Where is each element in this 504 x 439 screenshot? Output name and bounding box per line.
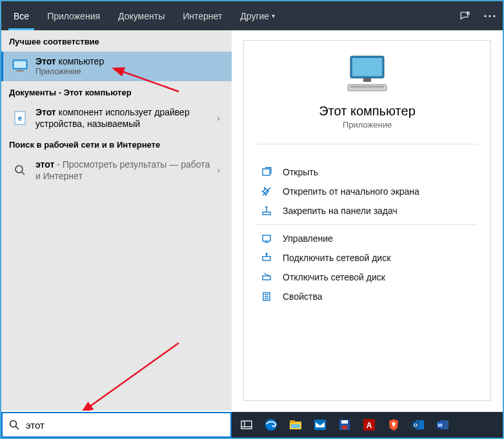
- svg-rect-19: [263, 169, 270, 175]
- result-this-pc-text: Этот компьютер Приложение: [35, 55, 224, 77]
- svg-point-0: [467, 12, 470, 14]
- svg-rect-45: [342, 425, 347, 429]
- result-web-text: этот - Просмотреть результаты — работа и…: [35, 159, 213, 182]
- search-icon: [9, 420, 19, 430]
- tab-web-label: Интернет: [183, 11, 222, 21]
- best-match-header: Лучшее соответствие: [1, 30, 232, 52]
- result-this-pc[interactable]: Этот компьютер Приложение: [1, 52, 232, 81]
- svg-point-1: [485, 15, 487, 17]
- search-header: Все Приложения Документы Интернет Другие…: [1, 1, 503, 30]
- svg-text:W: W: [438, 422, 443, 428]
- action-open-label: Открыть: [283, 167, 318, 177]
- svg-rect-22: [263, 235, 270, 241]
- svg-point-2: [489, 15, 491, 17]
- tab-docs-label: Документы: [118, 11, 165, 21]
- svg-point-33: [10, 421, 17, 427]
- web-section-header: Поиск в рабочей сети и в Интернете: [1, 133, 232, 155]
- svg-rect-21: [263, 212, 270, 215]
- tab-more-label: Другие: [240, 11, 269, 21]
- svg-rect-35: [241, 421, 252, 429]
- result-web-search[interactable]: этот - Просмотреть результаты — работа и…: [1, 155, 232, 186]
- svg-rect-5: [14, 61, 26, 68]
- result-document[interactable]: e Этот компонент использует драйвер устр…: [1, 102, 232, 133]
- action-unpin-label: Открепить от начального экрана: [283, 186, 419, 197]
- svg-text:O: O: [414, 422, 418, 428]
- search-icon: [11, 161, 29, 179]
- tab-all[interactable]: Все: [5, 1, 38, 30]
- svg-rect-7: [19, 69, 21, 70]
- svg-rect-44: [341, 420, 348, 424]
- result-document-text: Этот компонент использует драйвер устрой…: [35, 106, 213, 130]
- adobe-reader-icon[interactable]: A: [358, 415, 380, 435]
- save-disk-icon[interactable]: [334, 415, 356, 435]
- tab-apps[interactable]: Приложения: [38, 1, 109, 30]
- pin-taskbar-icon: [259, 206, 274, 216]
- more-icon[interactable]: [483, 10, 496, 23]
- action-manage-label: Управление: [283, 233, 333, 244]
- taskbar: A O W: [232, 412, 503, 438]
- svg-rect-27: [263, 276, 270, 280]
- action-properties-label: Свойства: [283, 291, 322, 302]
- svg-rect-41: [291, 424, 300, 428]
- results-list: Лучшее соответствие Этот компьютер Прило…: [1, 30, 232, 411]
- svg-line-34: [16, 427, 19, 430]
- brave-icon[interactable]: [383, 415, 405, 435]
- preview-pane: Этот компьютер Приложение Открыть Откреп…: [232, 30, 503, 411]
- action-properties[interactable]: Свойства: [257, 287, 478, 306]
- tab-more[interactable]: Другие▾: [231, 1, 284, 30]
- svg-rect-40: [290, 420, 295, 423]
- feedback-icon[interactable]: [459, 10, 472, 23]
- unpin-icon: [259, 186, 274, 197]
- svg-rect-6: [16, 70, 24, 72]
- properties-icon: [259, 291, 274, 302]
- svg-text:e: e: [18, 114, 22, 122]
- action-manage[interactable]: Управление: [257, 229, 478, 248]
- action-unpin-start[interactable]: Открепить от начального экрана: [257, 182, 478, 201]
- svg-point-3: [494, 15, 496, 17]
- tab-all-label: Все: [14, 11, 29, 21]
- svg-rect-18: [350, 86, 384, 88]
- outlook-icon[interactable]: O: [407, 415, 429, 435]
- preview-subtitle: Приложение: [257, 120, 478, 130]
- search-box[interactable]: [1, 412, 232, 438]
- svg-point-10: [15, 166, 23, 173]
- tab-internet[interactable]: Интернет: [174, 1, 231, 30]
- mail-icon[interactable]: [309, 415, 331, 435]
- edge-doc-icon: e: [11, 109, 29, 127]
- manage-icon: [259, 233, 274, 244]
- this-pc-icon: [11, 57, 29, 75]
- svg-rect-24: [263, 257, 270, 260]
- svg-text:A: A: [367, 421, 372, 430]
- action-disconnect-drive[interactable]: Отключить сетевой диск: [257, 268, 478, 287]
- edge-icon[interactable]: [260, 415, 282, 435]
- open-icon: [259, 167, 274, 177]
- search-input[interactable]: [26, 420, 224, 431]
- file-explorer-icon[interactable]: [285, 415, 307, 435]
- disconnect-drive-icon: [259, 272, 274, 282]
- action-open[interactable]: Открыть: [257, 162, 478, 182]
- svg-line-11: [22, 172, 25, 175]
- svg-rect-15: [352, 58, 382, 76]
- word-icon[interactable]: W: [432, 415, 454, 435]
- documents-section-header: Документы - Этот компьютер: [1, 81, 232, 102]
- annotation-arrow: [82, 343, 185, 411]
- preview-title: Этот компьютер: [257, 104, 478, 119]
- action-pin-taskbar[interactable]: Закрепить на панели задач: [257, 201, 478, 220]
- action-map-drive[interactable]: Подключить сетевой диск: [257, 248, 478, 268]
- tab-documents[interactable]: Документы: [109, 1, 174, 30]
- action-disconnect-label: Отключить сетевой диск: [283, 272, 385, 282]
- svg-rect-16: [363, 78, 371, 82]
- tab-apps-label: Приложения: [47, 11, 100, 21]
- this-pc-large-icon: [344, 54, 390, 95]
- chevron-right-icon[interactable]: ›: [213, 165, 224, 175]
- action-map-label: Подключить сетевой диск: [283, 253, 390, 263]
- action-pin-label: Закрепить на панели задач: [283, 206, 398, 216]
- map-drive-icon: [259, 253, 274, 263]
- chevron-down-icon: ▾: [272, 12, 275, 19]
- task-view-icon[interactable]: [236, 415, 257, 435]
- svg-line-12: [88, 343, 179, 407]
- chevron-right-icon[interactable]: ›: [213, 113, 224, 123]
